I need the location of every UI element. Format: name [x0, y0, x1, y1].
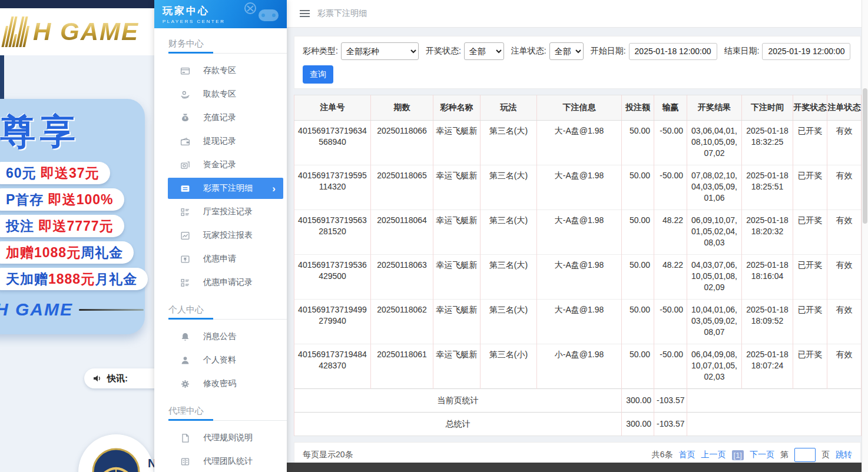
table-cell: 大-A盘@1.98 — [537, 210, 622, 255]
next-page-link[interactable]: 下一页 — [750, 450, 774, 460]
section-title: 个人中心 — [168, 304, 287, 315]
start-date-input[interactable] — [629, 43, 717, 60]
goto-page-input[interactable] — [794, 448, 816, 462]
sidebar-item-修改密码[interactable]: 修改密码 — [154, 372, 287, 395]
table-cell: 50.00 — [622, 121, 654, 165]
table-cell: -50.00 — [654, 300, 687, 344]
table-cell: 50.00 — [622, 210, 654, 255]
sidebar-item-充值记录[interactable]: ¥充值记录 — [154, 106, 287, 129]
sidebar-item-个人资料[interactable]: 个人资料 — [154, 348, 287, 372]
sidebar-item-label: 优惠申请 — [203, 254, 236, 264]
table-cell: 已开奖 — [793, 210, 827, 255]
promo-pill-text: 投注 — [6, 218, 38, 234]
section-underline — [168, 420, 287, 421]
sidebar-item-优惠申请记录[interactable]: 优惠申请记录 — [154, 271, 287, 294]
summary-empty — [687, 389, 862, 413]
table-row: 40156917371949927994020250118062幸运飞艇新第三名… — [294, 300, 862, 344]
sidebar-item-取款专区[interactable]: 取款专区 — [154, 82, 287, 106]
speaker-icon — [92, 374, 102, 383]
search-button[interactable]: 查询 — [303, 65, 333, 84]
sidebar-item-提现记录[interactable]: 提现记录 — [154, 129, 287, 153]
records-icon — [180, 207, 190, 217]
table-cell: 06,09,10,07,01,05,02,04,08,03 — [687, 210, 742, 255]
sidebar-item-label: 优惠申请记录 — [203, 277, 253, 288]
sidebar-item-代理规则说明[interactable]: 代理规则说明 — [154, 426, 287, 450]
partner-letter: N — [148, 457, 154, 470]
table-cell: 06,04,09,08,10,07,01,05,02,03 — [687, 344, 742, 389]
prev-page-link[interactable]: 上一页 — [701, 450, 726, 460]
table-cell: 大-A盘@1.98 — [537, 121, 622, 165]
column-header: 开奖结果 — [687, 95, 742, 121]
table-row: 40156917371963456894020250118066幸运飞艇新第三名… — [294, 121, 862, 165]
table-cell: 2025-01-18 18:32:25 — [742, 121, 793, 165]
draw-status-select[interactable]: 全部 — [464, 42, 504, 60]
promo-pill-text: 1888元 — [48, 271, 95, 287]
hamburger-menu-icon[interactable] — [300, 10, 310, 17]
table-cell: 幸运飞艇新 — [433, 300, 481, 344]
table-cell: 第三名(大) — [481, 165, 537, 210]
table-cell: 第三名(大) — [481, 210, 537, 255]
promo-pill-text: 加赠1088元 — [6, 245, 81, 260]
withdraw-hand-icon — [180, 89, 190, 99]
sidebar-item-label: 厅室投注记录 — [203, 207, 253, 217]
table-cell: 401569173719536429500 — [294, 255, 371, 300]
table-cell: 大-A盘@1.98 — [537, 255, 622, 300]
summary-winloss-total: -103.57 — [654, 413, 687, 436]
sidebar-item-资金记录[interactable]: 资金记录 — [154, 153, 287, 177]
table-cell: 20250118062 — [371, 300, 433, 344]
main-topbar: 彩票下注明细 — [287, 0, 868, 28]
table-cell: 20250118064 — [371, 210, 433, 255]
scrollbar-thumb[interactable] — [863, 88, 867, 224]
table-cell: 已开奖 — [793, 165, 827, 210]
sidebar-item-玩家投注报表[interactable]: 玩家投注报表 — [154, 224, 287, 247]
promo-pill: P首存 即送100% — [0, 188, 124, 211]
table-cell: 50.00 — [622, 255, 654, 300]
table-cell: 小-A盘@1.98 — [537, 344, 622, 389]
sidebar-item-存款专区[interactable]: 存款专区 — [154, 59, 287, 82]
table-cell: 2025-01-18 18:07:24 — [742, 344, 793, 389]
table-cell: 有效 — [827, 210, 862, 255]
column-header: 输赢 — [654, 95, 687, 121]
table-cell: 大-A盘@1.98 — [537, 165, 622, 210]
order-status-label: 注单状态: — [511, 46, 546, 56]
promo-pill-text: 即送37元 — [41, 165, 100, 181]
news-ticker[interactable]: 快讯: — [84, 368, 154, 388]
table-cell: 20250118061 — [371, 344, 433, 389]
player-center-sidebar: 玩家中心 PLAYERS CENTER 财务中心存款专区取款专区¥充值记录提现记… — [154, 0, 287, 472]
sidebar-item-彩票下注明细[interactable]: 彩票下注明细› — [168, 178, 283, 199]
table-cell: 401569173719563281520 — [294, 210, 371, 255]
order-status-select[interactable]: 全部 — [549, 42, 584, 60]
background-page: H GAME 尊享 60元 即送37元P首存 即送100%投注 即送7777元加… — [0, 0, 154, 472]
promo-pills: 60元 即送37元P首存 即送100%投注 即送7777元加赠1088元周礼金天… — [4, 162, 145, 290]
table-cell: 2025-01-18 18:25:51 — [742, 165, 793, 210]
sidebar-item-label: 存款专区 — [203, 65, 236, 76]
table-cell: 幸运飞艇新 — [433, 165, 481, 210]
sidebar-item-label: 资金记录 — [203, 159, 236, 170]
lottery-type-select[interactable]: 全部彩种 — [341, 42, 419, 60]
end-date-label: 结束日期: — [724, 46, 760, 56]
sidebar-item-label: 彩票下注明细 — [203, 183, 253, 194]
table-row: 40156917371956328152020250118064幸运飞艇新第三名… — [294, 210, 862, 255]
promo-banner[interactable]: 尊享 60元 即送37元P首存 即送100%投注 即送7777元加赠1088元周… — [0, 99, 145, 334]
partner-logo — [78, 434, 154, 472]
column-header: 期数 — [371, 95, 433, 121]
sidebar-item-厅室投注记录[interactable]: 厅室投注记录 — [154, 200, 287, 224]
summary-label: 总统计 — [294, 413, 622, 436]
end-date-input[interactable] — [762, 43, 850, 60]
first-page-link[interactable]: 首页 — [679, 450, 695, 460]
sidebar-item-优惠申请[interactable]: 优惠申请 — [154, 247, 287, 271]
sidebar-item-消息公告[interactable]: 消息公告 — [154, 325, 287, 348]
table-cell: 第三名(大) — [481, 121, 537, 165]
goto-button[interactable]: 跳转 — [836, 450, 852, 460]
bridge-logo-icon — [92, 448, 140, 472]
scrollbar[interactable] — [862, 0, 868, 472]
table-cell: 第三名(小) — [481, 344, 537, 389]
sidebar-item-label: 消息公告 — [203, 331, 236, 342]
column-header: 开奖状态 — [793, 95, 827, 121]
sidebar-item-label: 取款专区 — [203, 89, 236, 99]
summary-row: 总统计300.00-103.57 — [294, 413, 862, 436]
sidebar-item-代理团队统计[interactable]: 代理团队统计 — [154, 450, 287, 472]
goto-prefix-label: 第 — [780, 450, 789, 460]
filter-panel: 彩种类型: 全部彩种 开奖状态: 全部 注单状态: 全部 开始日期: 结束日期 — [294, 36, 861, 89]
section-title: 财务中心 — [168, 38, 287, 49]
